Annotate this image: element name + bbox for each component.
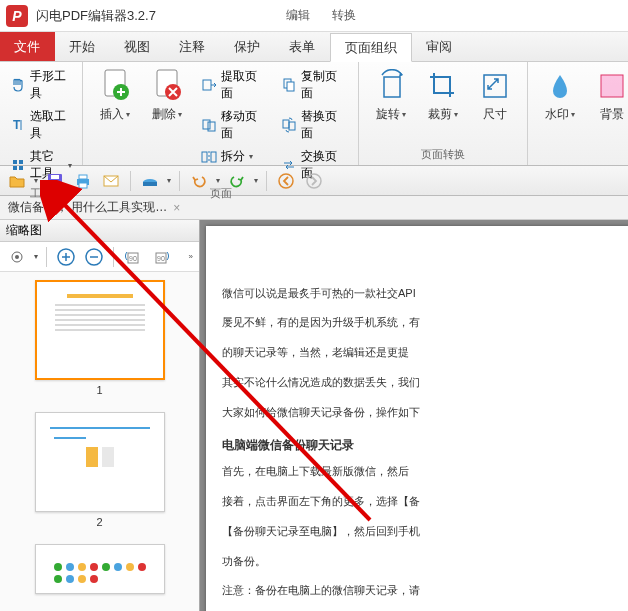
svg-point-34 <box>307 174 321 188</box>
print-button[interactable] <box>72 170 94 192</box>
doc-paragraph: 功备份。 <box>222 552 628 572</box>
gear-icon <box>9 249 25 265</box>
chevron-down-icon: ▾ <box>571 110 575 119</box>
ribbon-group-page: 插入▾ 删除▾ 提取页面 移动页面 拆分▾ <box>83 62 359 165</box>
delete-page-button[interactable]: 删除▾ <box>141 66 193 125</box>
insert-page-button[interactable]: 插入▾ <box>89 66 141 125</box>
extract-page-button[interactable]: 提取页面 <box>197 66 273 104</box>
doc-heading: 恢复微信聊天记 <box>222 256 628 278</box>
svg-rect-2 <box>13 160 17 164</box>
replace-page-label: 替换页面 <box>301 108 349 142</box>
background-icon <box>594 68 628 104</box>
rotate-ccw-button[interactable]: 90 <box>122 246 144 268</box>
copy-page-button[interactable]: 复制页面 <box>277 66 353 104</box>
watermark-button[interactable]: 水印▾ <box>534 66 586 125</box>
thumbnail-item[interactable]: 1 <box>8 280 191 396</box>
thumbnail-item[interactable] <box>8 544 191 594</box>
mode-tabs: 编辑 转换 <box>276 3 366 28</box>
mode-tab-convert[interactable]: 转换 <box>322 3 366 28</box>
doc-paragraph: 大家如何给微信聊天记录备份，操作如下 <box>222 403 628 423</box>
ribbon-group-transform: 旋转▾ 裁剪▾ 尺寸 页面转换 <box>359 62 528 165</box>
thumbnail-page-2[interactable] <box>35 412 165 512</box>
close-tab-button[interactable]: × <box>173 201 180 215</box>
replace-icon <box>281 117 297 133</box>
redo-button[interactable] <box>226 170 248 192</box>
prev-view-button[interactable] <box>275 170 297 192</box>
move-icon <box>201 117 217 133</box>
thumbnail-panel-title: 缩略图 <box>0 220 199 242</box>
ribbon-tab-file[interactable]: 文件 <box>0 32 55 61</box>
chevron-down-icon[interactable]: ▾ <box>167 176 171 185</box>
background-button[interactable]: 背景 <box>586 66 628 125</box>
doc-paragraph: 首先，在电脑上下载最新版微信，然后 <box>222 462 628 482</box>
undo-button[interactable] <box>188 170 210 192</box>
ribbon-group-design-label <box>528 148 628 165</box>
mode-tab-edit[interactable]: 编辑 <box>276 3 320 28</box>
open-button[interactable] <box>6 170 28 192</box>
zoom-out-button[interactable] <box>83 246 105 268</box>
thumb-options-button[interactable] <box>6 246 28 268</box>
svg-rect-13 <box>202 152 207 162</box>
ribbon: 手形工具 T 选取工具 其它工具 ▾ 工具 插入▾ <box>0 62 628 166</box>
doc-paragraph: 的聊天记录等，当然，老编辑还是更提 <box>222 343 628 363</box>
doc-paragraph: 其实不论什么情况造成的数据丢失，我们 <box>222 373 628 393</box>
move-page-button[interactable]: 移动页面 <box>197 106 273 144</box>
svg-rect-19 <box>289 122 295 130</box>
chevron-right-icon[interactable]: » <box>189 252 193 261</box>
ribbon-tabs: 文件 开始 视图 注释 保护 表单 页面组织 审阅 <box>0 32 628 62</box>
ribbon-tab-protect[interactable]: 保护 <box>220 32 275 61</box>
hand-tool-button[interactable]: 手形工具 <box>6 66 76 104</box>
hand-tool-label: 手形工具 <box>30 68 72 102</box>
document-view[interactable]: 恢复微信聊天记 微信可以说是最炙手可热的一款社交API 屡见不鲜，有的是因为升级… <box>200 220 628 611</box>
crop-button[interactable]: 裁剪▾ <box>417 66 469 125</box>
thumbnail-list[interactable]: 1 2 <box>0 272 199 611</box>
chevron-down-icon[interactable]: ▾ <box>254 176 258 185</box>
zoom-in-button[interactable] <box>55 246 77 268</box>
svg-text:90: 90 <box>157 255 165 262</box>
svg-text:90: 90 <box>129 255 137 262</box>
separator <box>130 171 131 191</box>
ribbon-tab-review[interactable]: 审阅 <box>412 32 467 61</box>
svg-point-33 <box>279 174 293 188</box>
insert-page-label: 插入 <box>100 106 124 123</box>
chevron-down-icon: ▾ <box>178 110 182 119</box>
email-button[interactable] <box>100 170 122 192</box>
document-page: 恢复微信聊天记 微信可以说是最炙手可热的一款社交API 屡见不鲜，有的是因为升级… <box>206 226 628 611</box>
printer-icon <box>74 172 92 190</box>
split-page-button[interactable]: 拆分▾ <box>197 146 273 167</box>
svg-point-36 <box>15 255 19 259</box>
doc-paragraph: 【备份聊天记录至电脑】，然后回到手机 <box>222 522 628 542</box>
svg-rect-20 <box>384 77 400 97</box>
doc-paragraph: 注意：备份在电脑上的微信聊天记录，请 <box>222 581 628 601</box>
separator <box>113 247 114 267</box>
thumbnail-item[interactable]: 2 <box>8 412 191 528</box>
crop-icon <box>425 68 461 104</box>
chevron-down-icon: ▾ <box>68 161 72 170</box>
rotate-button[interactable]: 旋转▾ <box>365 66 417 125</box>
svg-rect-10 <box>203 80 211 90</box>
document-tab[interactable]: 微信备份， 用什么工具实现… <box>8 199 167 216</box>
ribbon-group-design: 水印▾ 背景 <box>528 62 628 165</box>
thumbnail-page-1[interactable] <box>35 280 165 380</box>
ribbon-tab-annotate[interactable]: 注释 <box>165 32 220 61</box>
save-button[interactable] <box>44 170 66 192</box>
chevron-down-icon[interactable]: ▾ <box>34 176 38 185</box>
chevron-down-icon[interactable]: ▾ <box>216 176 220 185</box>
svg-text:T: T <box>13 118 21 132</box>
chevron-down-icon[interactable]: ▾ <box>34 252 38 261</box>
separator <box>266 171 267 191</box>
select-tool-button[interactable]: T 选取工具 <box>6 106 76 144</box>
split-icon <box>201 149 217 165</box>
thumbnail-panel: 缩略图 ▾ 90 90 » 1 <box>0 220 200 611</box>
delete-page-icon <box>149 68 185 104</box>
ribbon-tab-start[interactable]: 开始 <box>55 32 110 61</box>
next-view-button[interactable] <box>303 170 325 192</box>
ribbon-tab-view[interactable]: 视图 <box>110 32 165 61</box>
ribbon-tab-page-organize[interactable]: 页面组织 <box>330 33 412 62</box>
scan-button[interactable] <box>139 170 161 192</box>
thumbnail-page-3[interactable] <box>35 544 165 594</box>
replace-page-button[interactable]: 替换页面 <box>277 106 353 144</box>
ribbon-tab-forms[interactable]: 表单 <box>275 32 330 61</box>
rotate-cw-button[interactable]: 90 <box>150 246 172 268</box>
size-button[interactable]: 尺寸 <box>469 66 521 125</box>
